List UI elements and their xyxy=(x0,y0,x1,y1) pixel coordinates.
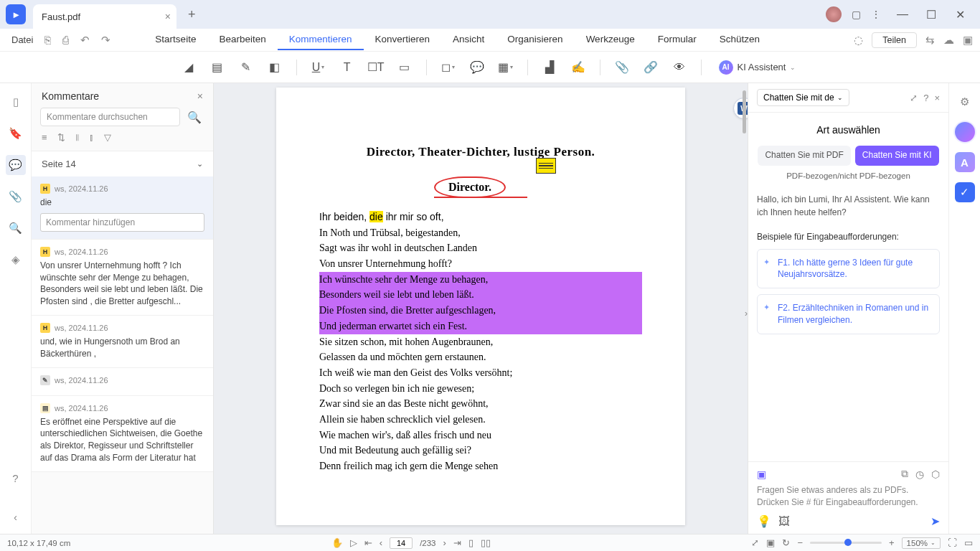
zoom-in-icon[interactable]: + xyxy=(889,537,895,548)
zoom-out-icon[interactable]: − xyxy=(797,537,803,548)
ai-settings-icon[interactable]: ⬡ xyxy=(931,468,940,480)
ai-lightbulb-icon[interactable]: 💡 xyxy=(757,514,771,528)
close-tab-icon[interactable]: × xyxy=(165,11,171,22)
filter-adjust-icon[interactable]: ⫿ xyxy=(89,132,94,143)
zoom-slider[interactable] xyxy=(810,542,882,544)
comment-item[interactable]: Hws, 2024.11.26und, wie in Hungersnoth u… xyxy=(32,316,213,368)
ai-image-icon[interactable]: ⧉ xyxy=(901,468,908,480)
comment-item[interactable]: ▤ws, 2024.11.26Es eröffnet eine Perspekt… xyxy=(32,396,213,472)
view-single-icon[interactable]: ▯ xyxy=(468,537,473,548)
search-comments-icon[interactable]: 🔍 xyxy=(184,108,204,126)
ai-history-icon[interactable]: ◷ xyxy=(915,468,924,480)
next-page-icon[interactable]: › xyxy=(443,537,446,548)
measure-icon[interactable]: ▦ xyxy=(494,56,517,79)
document-viewer[interactable]: Director, Theater-Dichter, lustige Perso… xyxy=(214,83,748,534)
ai-doc-icon[interactable]: ▣ xyxy=(757,468,766,480)
nav-konvertieren[interactable]: Konvertieren xyxy=(364,29,442,50)
nav-organisieren[interactable]: Organisieren xyxy=(496,29,574,50)
nav-schützen[interactable]: Schützen xyxy=(708,29,771,50)
share-button[interactable]: Teilen xyxy=(872,32,917,48)
stamp-icon[interactable]: ▟ xyxy=(538,56,561,79)
underline-icon[interactable]: U xyxy=(307,56,330,79)
sticky-note-icon[interactable] xyxy=(536,158,556,174)
fit-page-icon[interactable]: ▣ xyxy=(766,537,775,548)
check-icon[interactable]: ✓ xyxy=(955,182,975,202)
nav-bearbeiten[interactable]: Bearbeiten xyxy=(207,29,277,50)
redo-icon[interactable]: ↷ xyxy=(97,34,115,47)
select-tool-icon[interactable]: ▷ xyxy=(350,537,357,548)
open-icon[interactable]: ⎘ xyxy=(40,34,55,46)
fullscreen-icon[interactable]: ⛶ xyxy=(948,537,957,548)
layers-icon[interactable]: ◈ xyxy=(6,250,26,270)
filter-list-icon[interactable]: ≡ xyxy=(42,132,47,143)
nav-startseite[interactable]: Startseite xyxy=(143,29,207,50)
close-window-icon[interactable]: ✕ xyxy=(946,3,974,26)
ai-orb-icon[interactable] xyxy=(955,122,975,142)
layout-icon[interactable]: ▣ xyxy=(963,34,973,47)
rotate-icon[interactable]: ↻ xyxy=(782,537,790,548)
comments-search-input[interactable]: Kommentare durchsuchen xyxy=(40,108,180,126)
search-icon[interactable]: 🔍 xyxy=(6,218,26,238)
thumbnails-icon[interactable]: ▯ xyxy=(6,92,26,112)
sign-icon[interactable]: ✍ xyxy=(567,56,590,79)
comment-item[interactable]: Hws, 2024.11.26dieKommentar hinzufügen xyxy=(32,176,213,240)
note-tool-icon[interactable]: ▤ xyxy=(206,56,229,79)
fit-width-icon[interactable]: ⤢ xyxy=(751,537,759,548)
file-menu[interactable]: Datei xyxy=(7,34,37,45)
ai-expand-icon[interactable]: ⤢ xyxy=(910,93,918,103)
bulb-icon[interactable]: ◌ xyxy=(854,34,863,47)
ai-help-icon[interactable]: ? xyxy=(923,93,928,103)
ai-a-icon[interactable]: A xyxy=(955,152,975,172)
page-number-input[interactable] xyxy=(390,537,413,549)
user-avatar[interactable] xyxy=(826,6,842,22)
ai-tab-ki[interactable]: Chatten Sie mit KI xyxy=(855,146,939,166)
adjust-icon[interactable]: ⚙ xyxy=(955,92,975,112)
ai-tab-pdf[interactable]: Chatten Sie mit PDF xyxy=(758,146,850,166)
first-page-icon[interactable]: ⇤ xyxy=(364,537,372,548)
textbox-icon[interactable]: ☐T xyxy=(364,56,387,79)
comment-reply-input[interactable]: Kommentar hinzufügen xyxy=(40,213,204,232)
help-icon[interactable]: ? xyxy=(6,468,26,488)
nav-kommentieren[interactable]: Kommentieren xyxy=(278,29,364,50)
nav-ansicht[interactable]: Ansicht xyxy=(441,29,496,50)
notes-icon[interactable]: ▢ xyxy=(852,9,861,20)
comment-icon[interactable]: 💬 xyxy=(466,56,489,79)
share-alt-icon[interactable]: ⇆ xyxy=(925,34,935,47)
attach-icon[interactable]: 📎 xyxy=(611,56,633,79)
prev-page-icon[interactable]: ‹ xyxy=(380,537,382,548)
new-tab-button[interactable]: + xyxy=(182,7,202,22)
eraser-icon[interactable]: ◧ xyxy=(263,56,286,79)
zoom-dropdown[interactable]: 150%⌄ xyxy=(902,537,941,549)
attachments-icon[interactable]: 📎 xyxy=(6,187,26,207)
ai-example-prompt[interactable]: F1. Ich hätte gerne 3 Ideen für gute Neu… xyxy=(757,249,940,289)
ai-assistant-button[interactable]: AI KI Assistent ⌄ xyxy=(712,57,804,77)
view-double-icon[interactable]: ▯▯ xyxy=(481,537,491,548)
bookmarks-icon[interactable]: 🔖 xyxy=(6,123,26,143)
comment-item[interactable]: Hws, 2024.11.26Von unsrer Unternehmung h… xyxy=(32,240,213,316)
app-logo[interactable]: ▸ xyxy=(6,4,26,24)
filter-bar-icon[interactable]: ⦀ xyxy=(75,132,79,143)
close-comments-icon[interactable]: × xyxy=(197,90,203,102)
ai-example-prompt[interactable]: F2. Erzähltechniken in Romanen und in Fi… xyxy=(757,294,940,334)
hand-tool-icon[interactable]: ✋ xyxy=(331,537,343,548)
undo-icon[interactable]: ↶ xyxy=(76,34,94,47)
filter-funnel-icon[interactable]: ▽ xyxy=(104,132,111,143)
minimize-icon[interactable]: — xyxy=(888,3,917,26)
document-tab[interactable]: Faust.pdf × xyxy=(33,4,176,29)
comments-page-header[interactable]: Seite 14 ⌄ xyxy=(32,151,213,176)
shapes-icon[interactable]: ◻ xyxy=(437,56,460,79)
nav-formular[interactable]: Formular xyxy=(646,29,708,50)
text-tool-icon[interactable]: T xyxy=(336,56,359,79)
ai-send-icon[interactable]: ➤ xyxy=(930,514,940,528)
comment-item[interactable]: ✎ws, 2024.11.26 xyxy=(32,368,213,396)
nav-werkzeuge[interactable]: Werkzeuge xyxy=(575,29,646,50)
print-icon[interactable]: ⎙ xyxy=(58,34,73,46)
last-page-icon[interactable]: ⇥ xyxy=(453,537,461,548)
viewer-scrollbar[interactable] xyxy=(743,90,746,133)
collapse-right-icon[interactable]: › xyxy=(745,309,748,319)
link-icon[interactable]: 🔗 xyxy=(639,56,662,79)
callout-icon[interactable]: ▭ xyxy=(393,56,416,79)
collapse-left-icon[interactable]: ‹ xyxy=(6,507,26,527)
cloud-icon[interactable]: ☁ xyxy=(943,34,954,47)
eye-icon[interactable]: 👁 xyxy=(668,56,691,79)
